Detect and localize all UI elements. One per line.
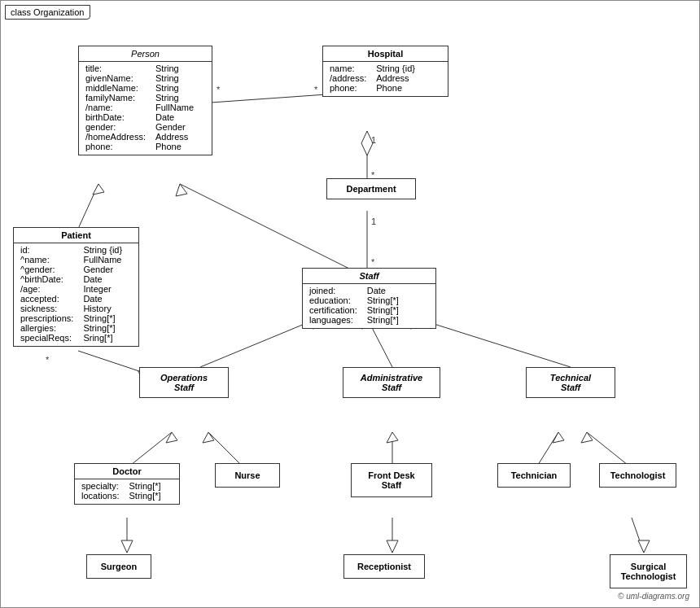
surgeon-class: Surgeon <box>86 554 151 579</box>
administrative-staff-label: AdministrativeStaff <box>350 373 433 392</box>
technologist-class: Technologist <box>599 463 676 488</box>
technical-staff-label: TechnicalStaff <box>533 373 608 392</box>
surgical-technologist-label: SurgicalTechnologist <box>617 562 680 581</box>
staff-body: joined:education:certification:languages… <box>303 284 435 328</box>
surgical-technologist-class: SurgicalTechnologist <box>610 554 687 588</box>
staff-header: Staff <box>303 269 435 284</box>
svg-line-14 <box>200 318 318 367</box>
svg-marker-4 <box>361 131 373 155</box>
person-attrs-left: title:givenName:middleName:familyName:/n… <box>85 63 146 151</box>
staff-class: Staff joined:education:certification:lan… <box>302 268 436 329</box>
receptionist-class: Receptionist <box>343 554 425 579</box>
patient-header: Patient <box>14 228 138 243</box>
patient-body: id:^name:^gender:^birthDate:/age:accepte… <box>14 243 138 346</box>
technologist-label: Technologist <box>606 470 669 480</box>
svg-text:*: * <box>314 85 318 94</box>
doctor-attrs-right: String[*]String[*] <box>129 481 160 501</box>
svg-line-34 <box>632 518 644 553</box>
doctor-class: Doctor specialty:locations: String[*]Str… <box>74 463 180 505</box>
hospital-attrs-right: String {id}AddressPhone <box>376 63 415 93</box>
front-desk-staff-class: Front DeskStaff <box>351 463 432 497</box>
patient-attrs-left: id:^name:^gender:^birthDate:/age:accepte… <box>20 245 73 343</box>
svg-marker-21 <box>166 432 177 443</box>
svg-line-18 <box>416 318 571 367</box>
doctor-attrs-left: specialty:locations: <box>81 481 119 501</box>
svg-text:1: 1 <box>371 217 376 226</box>
doctor-header: Doctor <box>75 464 179 479</box>
technician-class: Technician <box>497 463 571 488</box>
administrative-staff-class: AdministrativeStaff <box>343 367 440 398</box>
svg-marker-25 <box>387 432 398 443</box>
person-body: title:givenName:middleName:familyName:/n… <box>79 62 212 155</box>
nurse-label: Nurse <box>222 470 273 480</box>
patient-attrs-right: String {id}FullNameGenderDateIntegerDate… <box>83 245 122 343</box>
hospital-attrs-left: name:/address:phone: <box>330 63 366 93</box>
staff-attrs-left: joined:education:certification:languages… <box>309 286 357 325</box>
technician-label: Technician <box>505 470 563 480</box>
svg-text:*: * <box>46 355 50 365</box>
technical-staff-class: TechnicalStaff <box>526 367 615 398</box>
svg-marker-13 <box>176 184 187 196</box>
svg-line-0 <box>211 94 326 103</box>
svg-marker-27 <box>553 432 564 443</box>
person-attrs-right: StringStringStringStringFullNameDateGend… <box>155 63 194 151</box>
copyright-text: © uml-diagrams.org <box>618 592 689 601</box>
department-class: Department <box>326 178 416 199</box>
svg-text:*: * <box>217 85 221 94</box>
svg-marker-31 <box>121 540 133 553</box>
diagram: class Organization * * 1 * 1 * <box>0 0 700 608</box>
operations-staff-class: OperationsStaff <box>139 367 229 398</box>
svg-text:1: 1 <box>371 135 376 145</box>
front-desk-staff-label: Front DeskStaff <box>358 470 425 490</box>
svg-marker-23 <box>203 432 214 443</box>
person-header: Person <box>79 46 212 62</box>
hospital-class: Hospital name:/address:phone: String {id… <box>322 46 448 97</box>
title-text: class Organization <box>11 7 85 17</box>
svg-marker-29 <box>581 432 593 443</box>
svg-marker-11 <box>93 184 104 195</box>
svg-line-28 <box>587 432 628 465</box>
hospital-header: Hospital <box>323 46 448 62</box>
svg-line-10 <box>78 184 98 229</box>
nurse-class: Nurse <box>215 463 280 488</box>
svg-line-20 <box>131 432 172 465</box>
department-label: Department <box>334 184 409 194</box>
operations-staff-label: OperationsStaff <box>147 373 221 392</box>
receptionist-label: Receptionist <box>351 562 418 571</box>
doctor-body: specialty:locations: String[*]String[*] <box>75 479 179 504</box>
hospital-body: name:/address:phone: String {id}AddressP… <box>323 62 448 96</box>
svg-line-22 <box>208 432 241 465</box>
staff-attrs-right: DateString[*]String[*]String[*] <box>367 286 399 325</box>
surgeon-label: Surgeon <box>94 562 144 571</box>
svg-text:*: * <box>371 257 375 267</box>
diagram-title: class Organization <box>5 5 90 20</box>
person-class: Person title:givenName:middleName:family… <box>78 46 212 155</box>
svg-line-26 <box>538 432 558 465</box>
svg-marker-35 <box>638 540 650 553</box>
svg-marker-33 <box>387 540 398 553</box>
patient-class: Patient id:^name:^gender:^birthDate:/age… <box>13 227 139 347</box>
